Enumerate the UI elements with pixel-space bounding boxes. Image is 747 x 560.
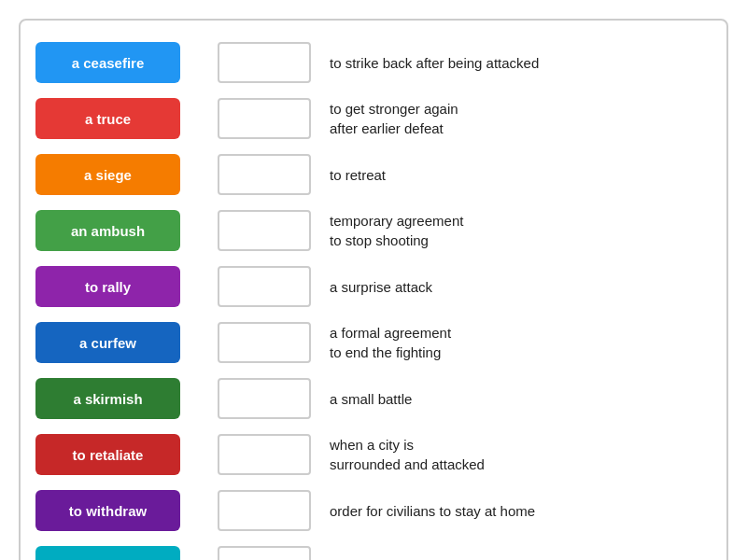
definition-siege: to retreat	[330, 165, 386, 185]
term-button-retaliate[interactable]: to retaliate	[35, 434, 180, 475]
definition-curfew: a formal agreement to end the fighting	[330, 323, 451, 362]
definition-rally: a surprise attack	[330, 277, 432, 297]
match-row: a siegeto retreat	[35, 151, 712, 198]
answer-box-rally	[218, 266, 311, 307]
match-row: an ambushtemporary agreement to stop sho…	[35, 207, 712, 254]
answer-box-withdraw	[218, 490, 311, 531]
answer-box-truce	[218, 98, 311, 139]
answer-box-hostilities	[218, 546, 311, 560]
term-button-ambush[interactable]: an ambush	[35, 210, 180, 251]
definition-withdraw: order for civilians to stay at home	[330, 501, 535, 521]
term-button-withdraw[interactable]: to withdraw	[35, 490, 180, 531]
match-row: a truceto get stronger again after earli…	[35, 95, 712, 142]
definition-ceasefire: to strike back after being attacked	[330, 53, 539, 73]
answer-box-siege	[218, 154, 311, 195]
match-row: a ceasefireto strike back after being at…	[35, 39, 712, 86]
term-button-skirmish[interactable]: a skirmish	[35, 378, 180, 419]
term-button-truce[interactable]: a truce	[35, 98, 180, 139]
term-button-rally[interactable]: to rally	[35, 266, 180, 307]
term-button-siege[interactable]: a siege	[35, 154, 180, 195]
term-button-ceasefire[interactable]: a ceasefire	[35, 42, 180, 83]
term-button-hostilities[interactable]: hostilities	[35, 546, 180, 560]
answer-box-ceasefire	[218, 42, 311, 83]
definition-truce: to get stronger again after earlier defe…	[330, 99, 458, 138]
matching-exercise: a ceasefireto strike back after being at…	[19, 19, 728, 560]
definition-ambush: temporary agreement to stop shooting	[330, 211, 463, 250]
match-row: a curfewa formal agreement to end the fi…	[35, 319, 712, 366]
match-row: a skirmisha small battle	[35, 375, 712, 422]
answer-box-skirmish	[218, 378, 311, 419]
match-row: hostilitiesanother word for fighting or …	[35, 543, 712, 560]
answer-box-curfew	[218, 322, 311, 363]
term-button-curfew[interactable]: a curfew	[35, 322, 180, 363]
answer-box-ambush	[218, 210, 311, 251]
match-row: to retaliatewhen a city is surrounded an…	[35, 431, 712, 478]
match-row: to withdraworder for civilians to stay a…	[35, 487, 712, 534]
answer-box-retaliate	[218, 434, 311, 475]
definition-skirmish: a small battle	[330, 389, 412, 409]
definition-retaliate: when a city is surrounded and attacked	[330, 435, 485, 474]
definition-hostilities: another word for fighting or war	[330, 557, 524, 561]
match-row: to rallya surprise attack	[35, 263, 712, 310]
